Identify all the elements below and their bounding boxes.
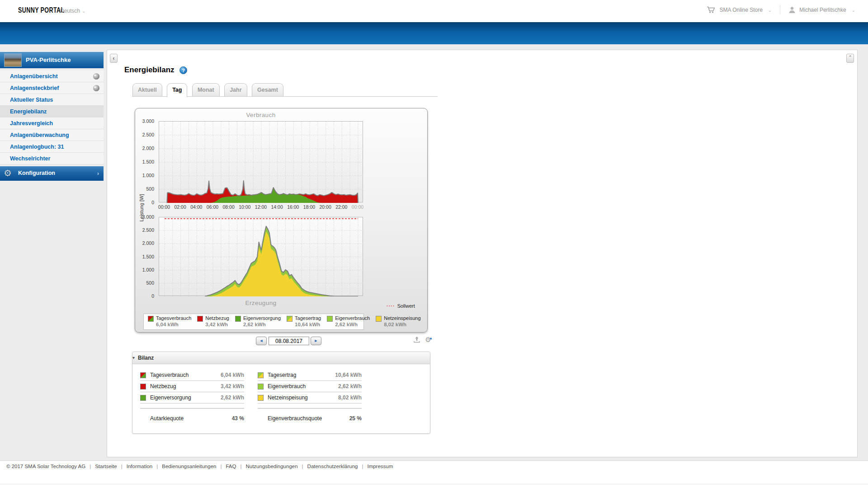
row-label: Eigenversorgung — [150, 394, 191, 401]
y-tick-label: 2.000 — [142, 240, 154, 246]
sunny-portal-logo: SUNNY PORTAL — [18, 6, 65, 15]
date-input[interactable] — [269, 337, 309, 345]
legend-item-tagesverbrauch: Tagesverbrauch 6,04 kWh — [148, 316, 191, 328]
collapse-sidebar-button[interactable]: ‹ — [110, 54, 118, 63]
generation-y-axis: 3.0002.5002.0001.5001.0005000 — [135, 217, 156, 296]
help-icon[interactable]: ? — [179, 66, 187, 74]
y-tick-label: 2.000 — [142, 145, 154, 151]
chart-tools: ⚙▲ — [413, 336, 432, 344]
footer-link-datenschutzerklaerung[interactable]: Datenschutzerklärung — [307, 464, 358, 469]
consumption-y-axis: 3.0002.5002.0001.5001.0005000 — [135, 121, 156, 202]
generation-chart-title: Erzeugung — [159, 300, 363, 306]
footer-link-startseite[interactable]: Startseite — [95, 464, 117, 469]
sidebar-item-anlagenuebersicht[interactable]: Anlagenübersicht — [0, 70, 104, 82]
sidebar-item-energiebilanz[interactable]: Energiebilanz — [0, 106, 104, 117]
table-row: Netzeinspeisung 8,02 kWh — [258, 392, 362, 404]
globe-icon — [93, 85, 99, 91]
autarkiequote-row: Autarkiequote 43 % — [140, 413, 244, 423]
chevron-down-icon: ⌄ — [82, 9, 85, 14]
tab-bar: Aktuell Tag Monat Jahr Gesamt — [132, 83, 286, 97]
tab-gesamt[interactable]: Gesamt — [252, 83, 283, 96]
sidebar-item-label: Anlagenübersicht — [10, 70, 58, 82]
legend-label: Netzbezug — [205, 316, 229, 321]
netzeinspeisung-chip-icon — [376, 316, 382, 322]
legend-value: 10,64 kWh — [295, 322, 321, 328]
collapse-caret-icon: ▾ — [132, 355, 135, 360]
page: SUNNY PORTAL Deutsch⌄ SMA Online Store ⌄ — [0, 0, 868, 488]
tab-aktuell[interactable]: Aktuell — [132, 83, 162, 96]
divider — [140, 408, 244, 409]
tagesverbrauch-chip-icon — [140, 372, 146, 378]
sidebar-item-label: Aktueller Status — [10, 94, 53, 106]
bottom-divider — [0, 484, 868, 484]
sollwert-label: Sollwert — [397, 303, 415, 309]
sidebar-item-wechselrichter[interactable]: Wechselrichter — [0, 153, 104, 164]
sidebar-item-jahresvergleich[interactable]: Jahresvergleich — [0, 117, 104, 129]
sollwert-legend: ····Sollwert — [387, 303, 415, 309]
legend-label: Eigenverbrauch — [335, 316, 370, 321]
footer-link-bedienungsanleitungen[interactable]: Bedienungsanleitungen — [162, 464, 216, 469]
user-icon — [788, 6, 796, 14]
y-tick-label: 500 — [146, 280, 154, 286]
footer-link-faq[interactable]: FAQ — [226, 464, 236, 469]
divider: | — [90, 464, 91, 469]
legend-item-tagesertrag: Tagesertrag 10,64 kWh — [287, 316, 321, 328]
row-label: Eigenverbrauch — [268, 383, 306, 389]
divider — [258, 408, 362, 409]
y-tick-label: 500 — [146, 186, 154, 192]
settings-icon[interactable]: ⚙▲ — [424, 336, 432, 344]
table-row: Eigenversorgung 2,62 kWh — [140, 392, 244, 404]
row-label: Tagesertrag — [268, 372, 296, 378]
sidebar-item-anlagensteckbrief[interactable]: Anlagensteckbrief — [0, 82, 104, 94]
footer-link-information[interactable]: Information — [127, 464, 153, 469]
gear-icon: ⚙ — [4, 168, 12, 178]
row-label: Tagesverbrauch — [150, 372, 189, 378]
legend-label: Tagesertrag — [295, 316, 321, 321]
chart-panel: Verbrauch Leistung [W] 3.0002.5002.0001.… — [135, 108, 428, 333]
tab-tag[interactable]: Tag — [167, 83, 187, 97]
eigenversorgung-chip-icon — [235, 316, 241, 322]
tagesverbrauch-chip-icon — [148, 316, 154, 322]
sidebar-item-anlagenlogbuch[interactable]: Anlagenlogbuch: 31 — [0, 141, 104, 153]
sidebar-item-aktueller-status[interactable]: Aktueller Status — [0, 94, 104, 106]
cart-icon — [707, 6, 716, 14]
footer-link-nutzungsbedingungen[interactable]: Nutzungsbedingungen — [245, 464, 297, 469]
eigenversorgung-chip-icon — [140, 395, 146, 401]
tagesertrag-chip-icon — [258, 372, 264, 378]
store-link[interactable]: SMA Online Store — [719, 7, 762, 13]
legend-item-netzbezug: Netzbezug 3,42 kWh — [197, 316, 229, 328]
chevron-down-icon: ⌄ — [852, 8, 855, 13]
y-tick-label: 3.000 — [142, 118, 154, 124]
sidebar-item-konfiguration[interactable]: ⚙ Konfiguration › — [0, 166, 104, 181]
sollwert-dashes-icon: ···· — [387, 303, 395, 309]
legend-value: 2,62 kWh — [243, 322, 281, 328]
y-tick-label: 1.500 — [142, 254, 154, 259]
legend-item-eigenversorgung: Eigenversorgung 2,62 kWh — [235, 316, 281, 328]
scroll-top-button[interactable]: ˆ — [846, 54, 854, 63]
divider: | — [302, 464, 303, 469]
previous-day-button[interactable]: ◄ — [256, 337, 267, 345]
plant-header-tile[interactable]: PVA-Perlitschke — [0, 52, 104, 68]
sidebar-item-anlagenueberwachung[interactable]: Anlagenüberwachung — [0, 129, 104, 141]
consumption-chart-title: Verbrauch — [159, 112, 363, 118]
generation-chart — [159, 217, 363, 296]
bilanz-title: Bilanz — [138, 355, 154, 361]
tagesertrag-chip-icon — [287, 316, 292, 322]
y-tick-label: 1.000 — [142, 267, 154, 272]
quote-value: 43 % — [232, 415, 244, 422]
export-icon[interactable] — [413, 336, 421, 344]
legend-value: 8,02 kWh — [384, 322, 420, 328]
divider — [780, 5, 780, 14]
sidebar-item-label: Anlagenlogbuch: 31 — [10, 141, 64, 153]
next-day-button[interactable]: ► — [311, 337, 321, 345]
tab-monat[interactable]: Monat — [192, 83, 220, 96]
tab-jahr[interactable]: Jahr — [224, 83, 247, 96]
konfiguration-label: Konfiguration — [18, 170, 55, 176]
legend-label: Netzeinspeisung — [384, 316, 420, 321]
language-selector[interactable]: Deutsch⌄ — [60, 8, 85, 14]
primary-nav-bar — [0, 22, 868, 44]
legend-item-netzeinspeisung: Netzeinspeisung 8,02 kWh — [376, 316, 420, 328]
user-menu[interactable]: Michael Perlitschke — [799, 7, 846, 13]
bilanz-header[interactable]: ▾ Bilanz — [132, 352, 430, 364]
footer-link-impressum[interactable]: Impressum — [367, 464, 393, 469]
